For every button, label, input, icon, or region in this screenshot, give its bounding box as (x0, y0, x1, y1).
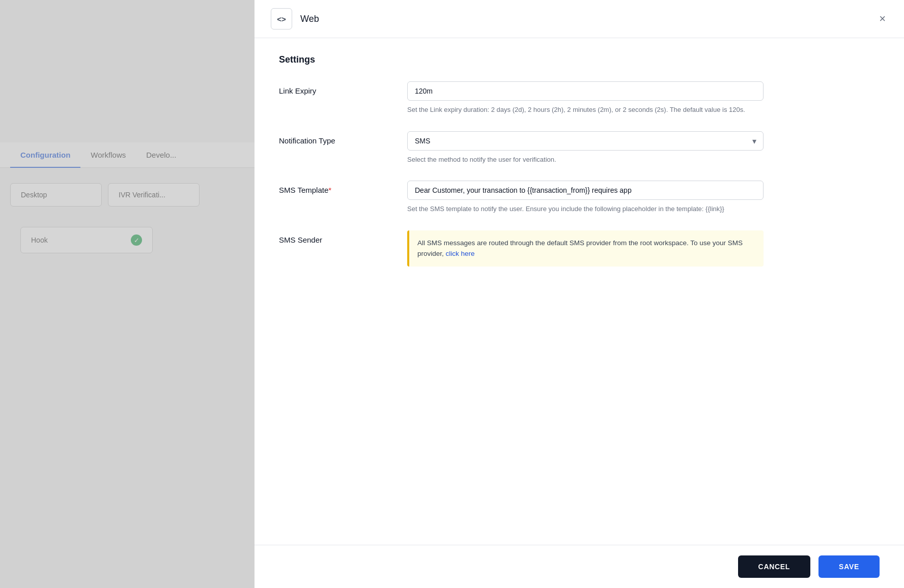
notification-type-label: Notification Type (279, 131, 391, 145)
notification-type-select[interactable]: SMS Email Push (407, 131, 764, 151)
modal-title: Web (300, 14, 869, 24)
notification-type-hint: Select the method to notify the user for… (407, 155, 764, 165)
link-expiry-label: Link Expiry (279, 81, 391, 95)
close-button[interactable]: × (877, 10, 888, 27)
modal-panel: <> Web × Settings Link Expiry Set the Li… (255, 0, 904, 588)
notification-type-field: SMS Email Push ▾ Select the method to no… (407, 131, 764, 165)
section-title: Settings (279, 54, 880, 65)
sms-sender-label: SMS Sender (279, 230, 391, 244)
sms-sender-notice: All SMS messages are routed through the … (407, 230, 764, 267)
link-expiry-row: Link Expiry Set the Link expiry duration… (279, 81, 880, 115)
background-overlay (0, 0, 255, 588)
link-expiry-hint: Set the Link expiry duration: 2 days (2d… (407, 105, 764, 115)
modal-footer: CANCEL SAVE (255, 545, 904, 588)
sms-template-field: Set the SMS template to notify the user.… (407, 181, 764, 214)
notification-type-row: Notification Type SMS Email Push ▾ Selec… (279, 131, 880, 165)
code-icon: <> (271, 8, 292, 30)
cancel-button[interactable]: CANCEL (738, 555, 811, 578)
link-expiry-input[interactable] (407, 81, 764, 101)
link-expiry-field: Set the Link expiry duration: 2 days (2d… (407, 81, 764, 115)
sms-template-hint: Set the SMS template to notify the user.… (407, 204, 764, 214)
close-icon: × (879, 12, 886, 25)
sms-template-row: SMS Template* Set the SMS template to no… (279, 181, 880, 214)
modal-header: <> Web × (255, 0, 904, 38)
required-marker: * (328, 186, 331, 194)
sms-notice-link[interactable]: click here (446, 250, 475, 257)
save-button[interactable]: SAVE (818, 555, 880, 578)
modal-body: Settings Link Expiry Set the Link expiry… (255, 38, 904, 545)
sms-sender-row: SMS Sender All SMS messages are routed t… (279, 230, 880, 267)
sms-sender-field: All SMS messages are routed through the … (407, 230, 764, 267)
notification-type-select-wrapper: SMS Email Push ▾ (407, 131, 764, 151)
sms-template-label: SMS Template* (279, 181, 391, 194)
sms-template-input[interactable] (407, 181, 764, 200)
